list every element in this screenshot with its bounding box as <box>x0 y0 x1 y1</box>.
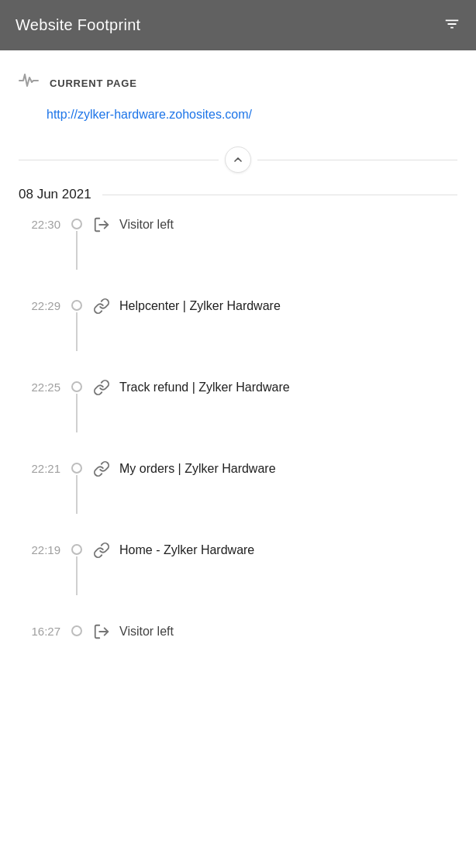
timeline-content: Visitor left <box>93 623 174 644</box>
timeline-text: Track refund | Zylker Hardware <box>119 379 290 396</box>
link-icon <box>93 298 110 319</box>
date-line <box>102 195 457 195</box>
link-icon <box>93 460 110 481</box>
timeline-connector <box>71 623 82 636</box>
timeline-time: 22:30 <box>19 216 60 231</box>
link-icon <box>93 542 110 563</box>
timeline-content: Track refund | Zylker Hardware <box>93 379 290 400</box>
timeline-connector <box>71 460 82 514</box>
timeline-item: 22:30 Visitor left <box>19 216 457 270</box>
timeline-text: Visitor left <box>119 216 174 233</box>
timeline-dot <box>71 219 82 229</box>
timeline-dot <box>71 381 82 392</box>
timeline-connector <box>71 542 82 595</box>
timeline-dot <box>71 544 82 555</box>
header: Website Footprint <box>0 0 476 50</box>
timeline-content: Visitor left <box>93 216 174 237</box>
timeline-content: My orders | Zylker Hardware <box>93 460 276 481</box>
current-page-label: CURRENT PAGE <box>50 78 137 89</box>
timeline-content: Helpcenter | Zylker Hardware <box>93 298 281 319</box>
timeline-line <box>76 556 78 595</box>
timeline-item: 22:25 Track refund | Zylker Hardware <box>19 379 457 432</box>
collapse-button[interactable] <box>225 146 251 173</box>
timeline-time: 22:25 <box>19 379 60 394</box>
timeline-item: 22:29 Helpcenter | Zylker Hardware <box>19 298 457 351</box>
collapse-row <box>19 146 457 173</box>
link-icon <box>93 379 110 400</box>
timeline: 22:30 Visitor left 22:29 Helpcenter | Zy… <box>0 216 476 703</box>
timeline-line <box>76 312 78 351</box>
timeline-content: Home - Zylker Hardware <box>93 542 254 563</box>
date-separator: 08 Jun 2021 <box>0 181 476 216</box>
timeline-connector <box>71 379 82 432</box>
activity-icon <box>19 72 39 94</box>
hourglass-icon[interactable] <box>443 16 460 36</box>
timeline-text: Helpcenter | Zylker Hardware <box>119 298 281 315</box>
collapse-line-right <box>257 160 457 160</box>
timeline-item: 22:19 Home - Zylker Hardware <box>19 542 457 595</box>
timeline-line <box>76 231 78 270</box>
timeline-dot <box>71 463 82 474</box>
timeline-line <box>76 394 78 432</box>
timeline-connector <box>71 216 82 270</box>
timeline-time: 22:21 <box>19 460 60 475</box>
timeline-dot <box>71 625 82 636</box>
timeline-item: 22:21 My orders | Zylker Hardware <box>19 460 457 514</box>
timeline-time: 22:19 <box>19 542 60 556</box>
exit-icon <box>93 623 110 644</box>
header-title: Website Footprint <box>16 16 140 34</box>
current-page-url[interactable]: http://zylker-hardware.zohosites.com/ <box>47 108 252 121</box>
timeline-text: Visitor left <box>119 623 174 640</box>
current-page-section: CURRENT PAGE http://zylker-hardware.zoho… <box>0 50 476 131</box>
collapse-line-left <box>19 160 219 160</box>
timeline-item: 16:27 Visitor left <box>19 623 457 644</box>
timeline-dot <box>71 300 82 311</box>
timeline-text: Home - Zylker Hardware <box>119 542 254 559</box>
timeline-connector <box>71 298 82 351</box>
date-label: 08 Jun 2021 <box>19 187 91 202</box>
current-page-row: CURRENT PAGE <box>19 72 457 94</box>
timeline-text: My orders | Zylker Hardware <box>119 460 276 477</box>
timeline-line <box>76 475 78 514</box>
timeline-items-wrapper: 22:30 Visitor left 22:29 Helpcenter | Zy… <box>19 216 457 644</box>
exit-icon <box>93 216 110 237</box>
timeline-time: 16:27 <box>19 623 60 638</box>
timeline-time: 22:29 <box>19 298 60 312</box>
